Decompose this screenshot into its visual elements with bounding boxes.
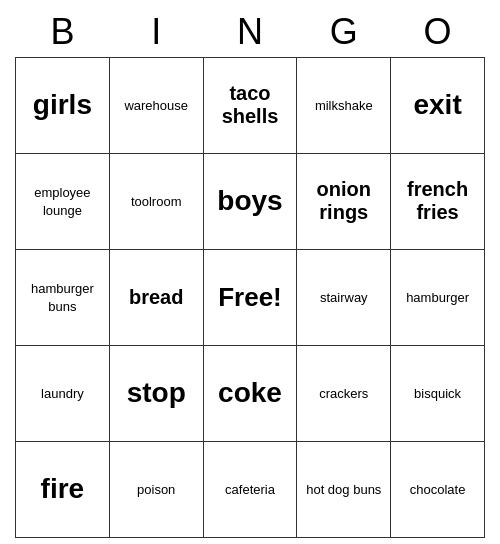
- cell-text: Free!: [218, 282, 282, 312]
- bingo-cell: toolroom: [109, 153, 203, 249]
- cell-text: hot dog buns: [306, 482, 381, 497]
- bingo-cell: girls: [16, 57, 110, 153]
- bingo-cell: milkshake: [297, 57, 391, 153]
- bingo-row: firepoisoncafeteriahot dog bunschocolate: [16, 441, 485, 537]
- bingo-cell: poison: [109, 441, 203, 537]
- bingo-header: BINGO: [16, 7, 485, 58]
- cell-text: bisquick: [414, 386, 461, 401]
- header-letter: O: [391, 7, 485, 58]
- bingo-cell: boys: [203, 153, 297, 249]
- bingo-cell: onion rings: [297, 153, 391, 249]
- cell-text: onion rings: [317, 178, 371, 223]
- bingo-row: employee loungetoolroomboysonion ringsfr…: [16, 153, 485, 249]
- bingo-cell: Free!: [203, 249, 297, 345]
- bingo-cell: hot dog buns: [297, 441, 391, 537]
- bingo-cell: bread: [109, 249, 203, 345]
- bingo-cell: coke: [203, 345, 297, 441]
- bingo-row: hamburger bunsbreadFree!stairwayhamburge…: [16, 249, 485, 345]
- cell-text: laundry: [41, 386, 84, 401]
- cell-text: toolroom: [131, 194, 182, 209]
- cell-text: chocolate: [410, 482, 466, 497]
- bingo-row: girlswarehousetaco shellsmilkshakeexit: [16, 57, 485, 153]
- cell-text: employee lounge: [34, 185, 90, 218]
- header-letter: N: [203, 7, 297, 58]
- bingo-cell: hamburger: [391, 249, 485, 345]
- bingo-cell: stop: [109, 345, 203, 441]
- cell-text: hamburger: [406, 290, 469, 305]
- bingo-cell: taco shells: [203, 57, 297, 153]
- header-letter: G: [297, 7, 391, 58]
- header-letter: I: [109, 7, 203, 58]
- cell-text: fire: [41, 473, 85, 504]
- bingo-cell: hamburger buns: [16, 249, 110, 345]
- bingo-cell: chocolate: [391, 441, 485, 537]
- bingo-cell: bisquick: [391, 345, 485, 441]
- cell-text: boys: [217, 185, 282, 216]
- bingo-row: laundrystopcokecrackersbisquick: [16, 345, 485, 441]
- bingo-cell: employee lounge: [16, 153, 110, 249]
- cell-text: taco shells: [222, 82, 279, 127]
- cell-text: bread: [129, 286, 183, 308]
- bingo-cell: fire: [16, 441, 110, 537]
- cell-text: crackers: [319, 386, 368, 401]
- bingo-cell: exit: [391, 57, 485, 153]
- bingo-cell: cafeteria: [203, 441, 297, 537]
- cell-text: girls: [33, 89, 92, 120]
- cell-text: exit: [413, 89, 461, 120]
- bingo-card: BINGO girlswarehousetaco shellsmilkshake…: [15, 7, 485, 538]
- cell-text: warehouse: [124, 98, 188, 113]
- bingo-cell: french fries: [391, 153, 485, 249]
- bingo-cell: laundry: [16, 345, 110, 441]
- bingo-cell: warehouse: [109, 57, 203, 153]
- cell-text: cafeteria: [225, 482, 275, 497]
- cell-text: coke: [218, 377, 282, 408]
- cell-text: hamburger buns: [31, 281, 94, 314]
- cell-text: stop: [127, 377, 186, 408]
- header-letter: B: [16, 7, 110, 58]
- cell-text: poison: [137, 482, 175, 497]
- bingo-cell: stairway: [297, 249, 391, 345]
- bingo-cell: crackers: [297, 345, 391, 441]
- cell-text: french fries: [407, 178, 468, 223]
- cell-text: stairway: [320, 290, 368, 305]
- cell-text: milkshake: [315, 98, 373, 113]
